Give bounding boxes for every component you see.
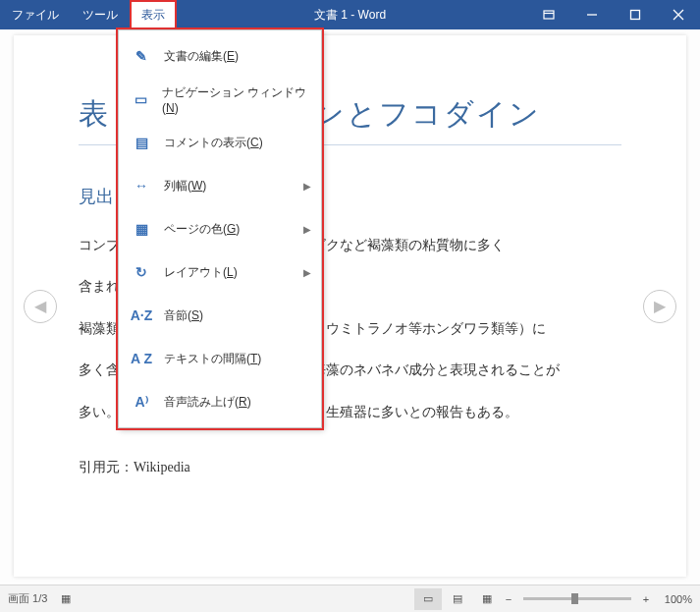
- view-menu-item-edit-doc[interactable]: ✎文書の編集(E): [119, 34, 321, 78]
- comments-icon: ▤: [129, 130, 154, 155]
- zoom-in-button[interactable]: +: [639, 593, 653, 605]
- menu-item-label: 音声読み上げ(R): [164, 394, 251, 411]
- view-menu-item-nav-pane[interactable]: ▭ナビゲーション ウィンドウ(N): [119, 78, 321, 121]
- layout-icon: ↻: [129, 259, 154, 285]
- zoom-out-button[interactable]: −: [502, 593, 515, 605]
- menu-item-label: 文書の編集(E): [164, 48, 239, 65]
- view-menu-item-syllable[interactable]: A·Z音節(S): [119, 294, 321, 337]
- page-color-icon: ▦: [129, 216, 154, 242]
- view-menu-item-read-aloud[interactable]: A⁾音声読み上げ(R): [119, 380, 321, 423]
- page: 表 フコキサンチンとフコダイン 見出し コンブ、ワカメ（メカブを含む）、モズクな…: [14, 35, 686, 577]
- text-spacing-icon: A Z: [129, 346, 154, 371]
- view-menu-item-layout[interactable]: ↻レイアウト(L)▶: [119, 250, 321, 294]
- menu-item-label: 音節(S): [164, 307, 203, 324]
- menu-file[interactable]: ファイル: [0, 0, 71, 29]
- view-menu-item-page-color[interactable]: ▦ページの色(G)▶: [119, 207, 321, 250]
- column-width-icon: ↔: [129, 173, 154, 198]
- doc-paragraph: 引用元：Wikipedia: [79, 450, 621, 485]
- close-button[interactable]: [657, 0, 700, 29]
- statusbar: 画面 1/3 ▦ ▭ ▤ ▦ − + 100%: [0, 584, 700, 612]
- edit-doc-icon: ✎: [129, 43, 154, 69]
- menu-item-label: ナビゲーション ウィンドウ(N): [162, 84, 311, 115]
- svg-rect-3: [631, 11, 640, 20]
- menu-item-label: コメントの表示(C): [164, 135, 263, 151]
- minimize-button[interactable]: [570, 0, 614, 29]
- view-menu-item-comments[interactable]: ▤コメントの表示(C): [119, 121, 321, 164]
- zoom-slider[interactable]: [523, 597, 631, 600]
- prev-page-button[interactable]: ◀: [24, 290, 57, 323]
- ribbon-display-options-button[interactable]: [527, 0, 570, 29]
- menu-item-label: テキストの間隔(T): [164, 351, 261, 367]
- menu-item-label: ページの色(G): [164, 221, 240, 238]
- view-menu-item-column-width[interactable]: ↔列幅(W)▶: [119, 164, 321, 207]
- view-dropdown: ✎文書の編集(E)▭ナビゲーション ウィンドウ(N)▤コメントの表示(C)↔列幅…: [118, 29, 322, 428]
- read-aloud-icon: A⁾: [129, 389, 154, 415]
- view-menu-item-text-spacing[interactable]: A Zテキストの間隔(T): [119, 337, 321, 380]
- window-title: 文書 1 - Word: [314, 7, 386, 24]
- syllable-icon: A·Z: [129, 303, 154, 328]
- menu-item-label: レイアウト(L): [164, 264, 238, 281]
- svg-rect-0: [544, 11, 554, 19]
- menu-tools[interactable]: ツール: [71, 0, 130, 29]
- maximize-button[interactable]: [614, 0, 657, 29]
- titlebar: ファイル ツール 表示 文書 1 - Word: [0, 0, 700, 29]
- menu-view[interactable]: 表示: [130, 0, 177, 29]
- zoom-percent[interactable]: 100%: [665, 593, 692, 605]
- print-layout-button[interactable]: ▤: [444, 588, 471, 610]
- next-page-button[interactable]: ▶: [643, 290, 676, 323]
- menu-item-label: 列幅(W): [164, 178, 206, 195]
- web-layout-button[interactable]: ▦: [473, 588, 501, 610]
- nav-pane-icon: ▭: [129, 86, 152, 112]
- content: 表 フコキサンチンとフコダイン 見出し コンブ、ワカメ（メカブを含む）、モズクな…: [14, 35, 686, 485]
- document-area: 表 フコキサンチンとフコダイン 見出し コンブ、ワカメ（メカブを含む）、モズクな…: [0, 29, 700, 583]
- submenu-arrow-icon: ▶: [303, 267, 311, 278]
- submenu-arrow-icon: ▶: [303, 181, 311, 192]
- submenu-arrow-icon: ▶: [303, 224, 311, 235]
- read-mode-button[interactable]: ▭: [414, 588, 442, 610]
- menubar: ファイル ツール 表示: [0, 0, 177, 29]
- macro-icon[interactable]: ▦: [61, 592, 71, 605]
- page-indicator[interactable]: 画面 1/3: [8, 591, 47, 606]
